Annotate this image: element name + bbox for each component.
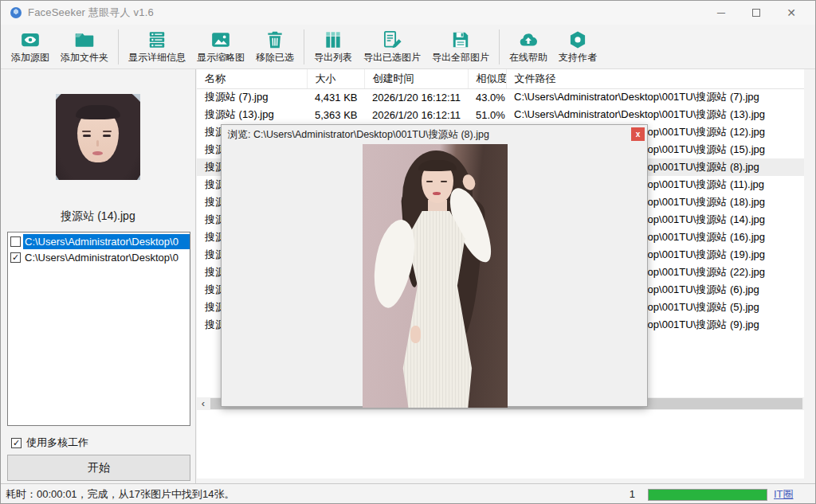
multicore-checkbox[interactable]: ✓	[11, 438, 22, 448]
app-window: FaceSeeker 慧眼寻人 v1.6 ─ ✕ 添加源图添加文件夹显示详细信息…	[0, 0, 816, 504]
browse-popup: 浏览: C:\Users\Administrator\Desktop\001TU…	[221, 124, 648, 407]
toolbar-button-remove-selected[interactable]: 移除已选	[250, 26, 300, 68]
remove-selected-icon	[265, 29, 285, 50]
toolbar-button-label: 显示缩略图	[197, 51, 245, 64]
maximize-button[interactable]	[739, 1, 774, 25]
toolbar-button-export-selected-images[interactable]: 导出已选图片	[358, 26, 426, 68]
maximize-icon	[752, 9, 760, 17]
column-header[interactable]: 名称	[197, 69, 307, 88]
table-row[interactable]: 搜源站 (7).jpg4,431 KB2026/1/20 16:12:1143.…	[197, 88, 804, 106]
popup-title: 浏览: C:\Users\Administrator\Desktop\001TU…	[222, 128, 489, 142]
online-help-icon	[518, 29, 539, 50]
app-logo-icon	[10, 7, 22, 18]
toolbar-button-label: 导出列表	[314, 51, 352, 64]
toolbar-separator	[499, 29, 500, 64]
cell-path: C:\Users\Administrator\Desktop\001TU\搜源站…	[506, 88, 804, 106]
toolbar-button-online-help[interactable]: 在线帮助	[504, 26, 553, 68]
export-list-icon	[323, 29, 343, 50]
toolbar-button-label: 支持作者	[559, 51, 597, 64]
preview-bangs-shape	[76, 105, 120, 119]
table-row[interactable]: 搜源站 (13).jpg5,363 KB2026/1/20 16:12:1151…	[197, 106, 804, 123]
author-link[interactable]: IT圈	[774, 484, 794, 504]
cell-similarity: 43.0%	[468, 88, 506, 106]
toolbar-button-label: 添加文件夹	[61, 51, 108, 64]
toolbar-button-label: 显示详细信息	[128, 51, 186, 64]
photo-detail	[441, 181, 447, 182]
statusbar: 耗时：00:00:01，完成，从17张图片中找到14张。 1 IT圈	[1, 483, 815, 504]
source-item-checkbox[interactable]	[10, 236, 21, 247]
cell-name: 搜源站 (13).jpg	[197, 106, 307, 123]
titlebar[interactable]: FaceSeeker 慧眼寻人 v1.6 ─ ✕	[1, 1, 815, 25]
toolbar-button-label: 在线帮助	[509, 51, 547, 64]
source-list-item[interactable]: ✓C:\Users\Administrator\Desktop\0	[8, 249, 190, 265]
left-panel: 搜源站 (14).jpg C:\Users\Administrator\Desk…	[1, 69, 195, 483]
popup-titlebar[interactable]: 浏览: C:\Users\Administrator\Desktop\001TU…	[222, 125, 647, 144]
toolbar-button-show-details[interactable]: 显示详细信息	[123, 26, 191, 68]
toolbar: 添加源图添加文件夹显示详细信息显示缩略图移除已选导出列表导出已选图片导出全部图片…	[1, 25, 815, 69]
source-path-label: C:\Users\Administrator\Desktop\0	[23, 234, 190, 249]
photo-detail	[418, 160, 457, 171]
popup-close-button[interactable]: x	[631, 127, 645, 141]
export-selected-images-icon	[382, 29, 402, 50]
multicore-label: 使用多核工作	[26, 436, 88, 450]
toolbar-separator	[304, 29, 304, 64]
cell-size: 5,363 KB	[307, 106, 364, 123]
scroll-left-icon[interactable]: ‹	[197, 397, 210, 410]
column-header[interactable]: 创建时间	[364, 69, 468, 88]
source-path-label: C:\Users\Administrator\Desktop\0	[23, 250, 190, 265]
toolbar-button-add-source-image[interactable]: 添加源图	[6, 26, 55, 68]
cell-created: 2026/1/20 16:12:11	[364, 106, 468, 123]
window-controls: ─ ✕	[704, 1, 809, 25]
toolbar-button-add-folder[interactable]: 添加文件夹	[55, 26, 114, 68]
cell-created: 2026/1/20 16:12:11	[364, 88, 468, 106]
preview-detail	[96, 140, 99, 147]
show-thumbnails-icon	[210, 29, 231, 50]
preview-detail	[82, 131, 91, 132]
cell-similarity: 51.0%	[468, 106, 506, 123]
toolbar-button-export-list[interactable]: 导出列表	[308, 26, 358, 68]
window-title: FaceSeeker 慧眼寻人 v1.6	[28, 6, 154, 20]
preview-detail	[103, 135, 111, 137]
close-button[interactable]: ✕	[774, 1, 809, 25]
cell-path: C:\Users\Administrator\Desktop\001TU\搜源站…	[506, 106, 804, 123]
toolbar-button-label: 导出全部图片	[432, 51, 489, 64]
photo-detail	[410, 326, 421, 343]
preview-detail	[103, 131, 112, 132]
support-author-icon	[567, 29, 588, 50]
toolbar-button-support-author[interactable]: 支持作者	[553, 26, 602, 68]
add-source-image-icon	[20, 29, 41, 50]
toolbar-button-export-all-images[interactable]: 导出全部图片	[426, 26, 495, 68]
photo-detail	[433, 192, 441, 195]
column-header[interactable]: 文件路径	[506, 69, 804, 88]
source-list-item[interactable]: C:\Users\Administrator\Desktop\0	[8, 233, 190, 249]
photo-detail	[426, 181, 433, 182]
preview-detail	[92, 151, 103, 155]
start-button[interactable]: 开始	[7, 455, 190, 481]
progress-fill	[649, 490, 767, 500]
preview-detail	[83, 135, 91, 137]
status-count: 1	[622, 484, 635, 504]
add-folder-icon	[74, 29, 95, 50]
toolbar-button-label: 移除已选	[256, 51, 294, 64]
source-item-checkbox[interactable]: ✓	[10, 252, 21, 263]
panel-divider	[195, 69, 196, 483]
toolbar-button-show-thumbnails[interactable]: 显示缩略图	[191, 26, 250, 68]
table-header-row: 名称大小创建时间相似度文件路径	[197, 69, 804, 88]
cell-size: 4,431 KB	[307, 88, 364, 106]
status-message: 耗时：00:00:01，完成，从17张图片中找到14张。	[6, 484, 235, 504]
toolbar-button-label: 导出已选图片	[363, 51, 421, 64]
progress-bar	[648, 489, 767, 501]
source-list: C:\Users\Administrator\Desktop\0✓C:\User…	[7, 232, 190, 426]
source-filename-label: 搜源站 (14).jpg	[1, 209, 195, 224]
minimize-button[interactable]: ─	[704, 1, 739, 25]
column-header[interactable]: 大小	[307, 69, 364, 88]
column-header[interactable]: 相似度	[468, 69, 506, 88]
export-all-images-icon	[450, 29, 471, 50]
toolbar-separator	[118, 29, 119, 64]
multicore-option: ✓ 使用多核工作	[9, 436, 88, 450]
show-details-icon	[147, 29, 167, 50]
source-face-preview	[56, 94, 140, 180]
browsed-photo	[363, 144, 508, 408]
toolbar-button-label: 添加源图	[11, 51, 49, 64]
cell-name: 搜源站 (7).jpg	[197, 88, 307, 106]
